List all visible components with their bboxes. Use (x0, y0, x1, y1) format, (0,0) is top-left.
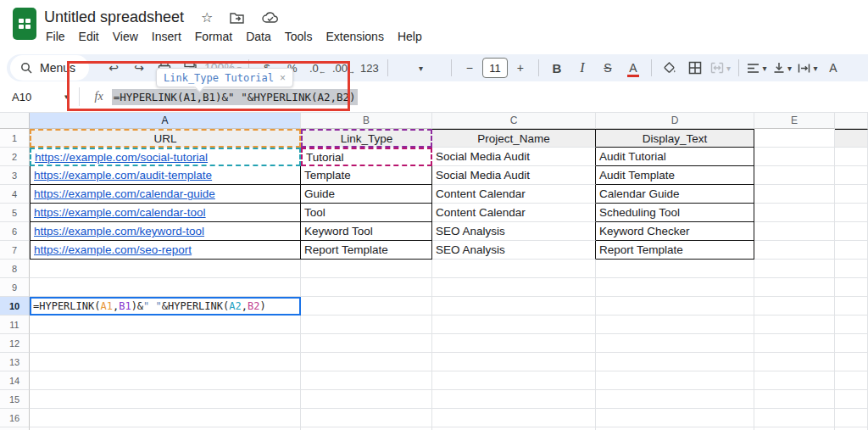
cell-C7[interactable]: SEO Analysis (432, 241, 596, 260)
cell-D2[interactable]: Audit Tutorial (596, 148, 754, 166)
fill-color-button[interactable] (659, 57, 681, 79)
cell-A10[interactable]: =HYPERLINK(A1,B1)&" "&HYPERLINK(A2,B2) (30, 297, 301, 316)
cell-B9[interactable] (301, 278, 432, 297)
cell-A13[interactable] (30, 353, 301, 371)
row-header-9[interactable]: 9 (0, 278, 30, 297)
cell-3[interactable] (835, 166, 868, 185)
cell-C12[interactable] (432, 334, 596, 353)
cell-D6[interactable]: Keyword Checker (596, 222, 754, 241)
cell-E9[interactable] (754, 278, 835, 297)
row-header-15[interactable]: 15 (0, 390, 30, 409)
row-header-16[interactable]: 16 (0, 409, 30, 427)
cell-A15[interactable] (30, 390, 301, 409)
cell-E4[interactable] (754, 185, 835, 204)
italic-button[interactable]: I (571, 57, 593, 79)
cell-E10[interactable] (754, 297, 835, 316)
cell-B10[interactable] (301, 297, 432, 316)
cell-B16[interactable] (301, 409, 432, 427)
cell-C2[interactable]: Social Media Audit (432, 148, 596, 166)
cell-10[interactable] (835, 297, 868, 316)
cell-A12[interactable] (30, 334, 301, 353)
cell-C9[interactable] (432, 278, 596, 297)
cell-E5[interactable] (754, 204, 835, 222)
row-header-10[interactable]: 10 (0, 297, 30, 316)
link-chip-tooltip[interactable]: Link_Type Tutorial × (156, 68, 293, 87)
strikethrough-button[interactable]: S (597, 57, 619, 79)
cell-A7[interactable]: https://example.com/seo-report (30, 241, 301, 260)
cell-16[interactable] (835, 409, 868, 427)
menu-edit[interactable]: Edit (72, 27, 106, 46)
col-header-partial[interactable] (835, 113, 868, 129)
undo-button[interactable]: ↩ (103, 57, 125, 79)
move-folder-icon[interactable] (230, 12, 245, 24)
row-header-6[interactable]: 6 (0, 222, 30, 241)
cell-A3[interactable]: https://example.com/audit-template (30, 166, 301, 185)
row-header-11[interactable]: 11 (0, 316, 30, 334)
cell-E12[interactable] (754, 334, 835, 353)
cell-B14[interactable] (301, 371, 432, 390)
row-header-2[interactable]: 2 (0, 148, 30, 166)
menu-tools[interactable]: Tools (278, 27, 320, 46)
cell-B5[interactable]: Tool (301, 204, 432, 222)
cell-E11[interactable] (754, 316, 835, 334)
cell-A1[interactable]: URL (30, 129, 301, 148)
cell-D14[interactable] (596, 371, 754, 390)
cell-E7[interactable] (754, 241, 835, 260)
cell-B15[interactable] (301, 390, 432, 409)
cell-12[interactable] (835, 334, 868, 353)
cell-D13[interactable] (596, 353, 754, 371)
menu-data[interactable]: Data (239, 27, 278, 46)
borders-button[interactable] (684, 57, 706, 79)
cell-C3[interactable]: Social Media Audit (432, 166, 596, 185)
cell-A16[interactable] (30, 409, 301, 427)
text-rotation-button[interactable]: A (822, 57, 844, 79)
row-header-12[interactable]: 12 (0, 334, 30, 353)
cell-4[interactable] (835, 185, 868, 204)
decrease-font-size-button[interactable]: − (459, 57, 481, 79)
cell-D5[interactable]: Scheduling Tool (596, 204, 754, 222)
cell-E3[interactable] (754, 166, 835, 185)
row-header-3[interactable]: 3 (0, 166, 30, 185)
cell-A8[interactable] (30, 260, 301, 278)
cell-C6[interactable]: SEO Analysis (432, 222, 596, 241)
cell-C15[interactable] (432, 390, 596, 409)
sheets-logo-icon[interactable] (13, 8, 36, 40)
row-header-7[interactable]: 7 (0, 241, 30, 260)
cell-B2[interactable]: Tutorial (301, 148, 432, 166)
row-header-13[interactable]: 13 (0, 353, 30, 371)
cell-A11[interactable] (30, 316, 301, 334)
more-formats-button[interactable]: 123 (359, 57, 381, 79)
cell-A2[interactable]: https://example.com/social-tutorial (30, 148, 301, 166)
cell-E1[interactable] (754, 129, 835, 148)
row-header-14[interactable]: 14 (0, 371, 30, 390)
col-header-E[interactable]: E (754, 113, 835, 129)
decrease-decimal-button[interactable]: .0← (307, 57, 329, 79)
horizontal-align-button[interactable]: ▾ (746, 57, 768, 79)
select-all-corner[interactable] (0, 113, 30, 129)
cell-E2[interactable] (754, 148, 835, 166)
cell-C16[interactable] (432, 409, 596, 427)
row-header-4[interactable]: 4 (0, 185, 30, 204)
cell-1[interactable] (835, 129, 868, 148)
cell-7[interactable] (835, 241, 868, 260)
cell-D8[interactable] (596, 260, 754, 278)
cell-C8[interactable] (432, 260, 596, 278)
cell-D10[interactable] (596, 297, 754, 316)
cell-B11[interactable] (301, 316, 432, 334)
cell-B3[interactable]: Template (301, 166, 432, 185)
col-header-D[interactable]: D (596, 113, 754, 129)
cell-E6[interactable] (754, 222, 835, 241)
cloud-status-icon[interactable] (262, 12, 279, 24)
cell-A9[interactable] (30, 278, 301, 297)
text-color-button[interactable]: A (622, 57, 644, 79)
cell-B7[interactable]: Report Template (301, 241, 432, 260)
cell-C5[interactable]: Content Calendar (432, 204, 596, 222)
increase-decimal-button[interactable]: .00→ (332, 57, 355, 79)
star-icon[interactable]: ☆ (201, 11, 213, 25)
cell-B13[interactable] (301, 353, 432, 371)
cell-A14[interactable] (30, 371, 301, 390)
formula-input[interactable]: =HYPERLINK(A1,B1)&" "&HYPERLINK(A2,B2) (112, 89, 358, 105)
row-header-8[interactable]: 8 (0, 260, 30, 278)
cell-D12[interactable] (596, 334, 754, 353)
font-family-dropdown[interactable]: ▾ (395, 57, 444, 79)
